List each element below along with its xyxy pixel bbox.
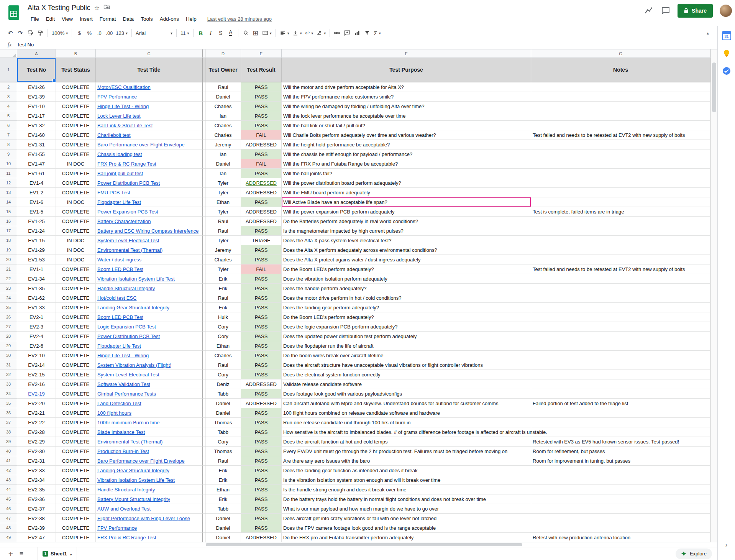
cell-test-owner[interactable]: Daniel: [205, 408, 241, 418]
cell-notes[interactable]: Retested with EV3 as EV5 had known senso…: [531, 437, 710, 447]
cell-test-result[interactable]: PASS: [241, 255, 282, 264]
test-title-link[interactable]: Baro Performance over Flight Envelope: [97, 458, 185, 464]
merge-cells-button[interactable]: [261, 28, 273, 38]
cell-test-no[interactable]: EV1-60: [17, 130, 56, 140]
cell-notes[interactable]: Failed portion of test added to the tria…: [531, 399, 710, 408]
row-header[interactable]: 17: [0, 226, 17, 236]
cell-test-no[interactable]: EV2-10: [17, 351, 56, 360]
cell-test-title[interactable]: Ball joint pull out test: [96, 169, 202, 178]
cell-test-title[interactable]: Baro Performance over Flight Envelope: [96, 140, 202, 149]
cell-test-status[interactable]: COMPLETE: [56, 303, 96, 312]
cell-notes[interactable]: [531, 408, 710, 418]
cell-test-title[interactable]: Battery Characterization: [96, 217, 202, 226]
cell-test-purpose[interactable]: Does the Alta X perform adequately acros…: [282, 245, 531, 255]
cell-test-no[interactable]: EV2-19: [17, 389, 56, 399]
cell-test-owner[interactable]: Erik: [205, 494, 241, 504]
cell-test-owner[interactable]: Tabb: [205, 427, 241, 437]
cell-test-purpose[interactable]: Does the electrical system function corr…: [282, 370, 531, 379]
cell-test-result[interactable]: ADDRESSED: [241, 178, 282, 188]
test-title-link[interactable]: Battery Characterization: [97, 218, 151, 224]
cell-test-no[interactable]: EV1-55: [17, 149, 56, 159]
menu-data[interactable]: Data: [120, 15, 137, 23]
cell-test-no[interactable]: EV1-10: [17, 102, 56, 111]
cell-test-owner[interactable]: Charles: [205, 255, 241, 264]
cell-test-status[interactable]: COMPLETE: [56, 140, 96, 149]
cell-test-title[interactable]: FPV Performance: [96, 92, 202, 102]
font-select[interactable]: Arial: [134, 28, 174, 38]
select-all-corner[interactable]: [0, 49, 17, 57]
cell-test-owner[interactable]: Daniel: [205, 159, 241, 169]
row-header[interactable]: 8: [0, 140, 17, 149]
cell-test-status[interactable]: COMPLETE: [56, 341, 96, 351]
test-title-link[interactable]: Hinge Life Test - Wiring: [97, 103, 149, 109]
cell-notes[interactable]: [531, 140, 710, 149]
cell-test-purpose[interactable]: Does the landing gear function as intend…: [282, 466, 531, 475]
format-percent-button[interactable]: %: [84, 28, 94, 38]
test-title-link[interactable]: Charliebolt test: [97, 132, 131, 138]
cell-test-no[interactable]: EV2-37: [17, 504, 56, 514]
cell-test-title[interactable]: FMU PCB Test: [96, 188, 202, 197]
cell-test-title[interactable]: Production Burn-in Test: [96, 447, 202, 456]
cell-test-result[interactable]: ADDRESSED: [241, 399, 282, 408]
menu-view[interactable]: View: [59, 15, 76, 23]
font-size-select[interactable]: 11: [179, 28, 191, 38]
text-color-button[interactable]: A: [226, 28, 236, 38]
cell-test-no[interactable]: EV1-34: [17, 274, 56, 284]
cell-test-purpose[interactable]: Do the boom wires break over aircraft li…: [282, 351, 531, 360]
cell-test-title[interactable]: Hinge Life Test - Wiring: [96, 351, 202, 360]
cell-test-result[interactable]: PASS: [241, 475, 282, 485]
cell-test-status[interactable]: COMPLETE: [56, 293, 96, 303]
last-edit-link[interactable]: Last edit was 28 minutes ago: [207, 16, 272, 22]
cell-test-status[interactable]: COMPLETE: [56, 111, 96, 121]
cell-test-owner[interactable]: Thomas: [205, 447, 241, 456]
row-header[interactable]: 40: [0, 447, 17, 456]
cell-test-status[interactable]: COMPLETE: [56, 312, 96, 322]
cell-test-purpose[interactable]: Does the logic expansion PCB perform ade…: [282, 322, 531, 332]
cell-test-owner[interactable]: Tyler: [205, 236, 241, 245]
cell-test-no[interactable]: EV1-31: [17, 140, 56, 149]
cell-test-no[interactable]: EV2-39: [17, 523, 56, 533]
collapse-toolbar-button[interactable]: [703, 28, 713, 38]
cell-test-no[interactable]: EV2-38: [17, 514, 56, 523]
row-header[interactable]: 29: [0, 341, 17, 351]
cell-test-purpose[interactable]: Do the Boom LED's perform adequately?: [282, 312, 531, 322]
row-header[interactable]: 3: [0, 92, 17, 102]
star-icon[interactable]: [94, 4, 100, 11]
column-header-f[interactable]: F: [282, 49, 531, 57]
row-header[interactable]: 21: [0, 264, 17, 274]
cell-test-purpose[interactable]: Will the wiring be damaged by folding / …: [282, 102, 531, 111]
cell-test-no[interactable]: EV2-14: [17, 360, 56, 370]
cell-test-title[interactable]: System Vibration Analysis (Flight): [96, 360, 202, 370]
cell-test-status[interactable]: COMPLETE: [56, 494, 96, 504]
cell-notes[interactable]: [531, 322, 710, 332]
cell-test-purpose[interactable]: Do the Boom LED's perform adequately?: [282, 264, 531, 274]
test-title-link[interactable]: Hinge Life Test - Wiring: [97, 353, 149, 358]
cell-test-status[interactable]: COMPLETE: [56, 102, 96, 111]
cell-test-title[interactable]: Ball Link & Strut Life Test: [96, 121, 202, 130]
cell-test-no[interactable]: EV1-6: [17, 197, 56, 207]
cell-test-no[interactable]: EV2-4: [17, 332, 56, 341]
cell-test-no[interactable]: EV2-31: [17, 456, 56, 466]
cell-test-owner[interactable]: Charles: [205, 351, 241, 360]
cell-test-result[interactable]: ADDRESSED: [241, 379, 282, 389]
cell-test-purpose[interactable]: Will the height hold performance be acce…: [282, 140, 531, 149]
formula-input[interactable]: Test No: [17, 42, 34, 48]
cell-test-status[interactable]: COMPLETE: [56, 370, 96, 379]
cell-test-no[interactable]: EV1-1: [17, 264, 56, 274]
cell-test-title[interactable]: Chassis loading test: [96, 149, 202, 159]
cell-test-status[interactable]: COMPLETE: [56, 332, 96, 341]
row-header[interactable]: 11: [0, 169, 17, 178]
cell-notes[interactable]: [531, 360, 710, 370]
cell-test-status[interactable]: COMPLETE: [56, 504, 96, 514]
cell-test-result[interactable]: ADDRESSED: [241, 188, 282, 197]
sheet-tab[interactable]: 1 Sheet1: [38, 547, 77, 560]
cell-test-owner[interactable]: Erik: [205, 284, 241, 293]
cell-test-owner[interactable]: Charles: [205, 130, 241, 140]
cell-notes[interactable]: [531, 274, 710, 284]
cell-test-purpose[interactable]: Will Active Blade have an acceptable lif…: [282, 197, 531, 207]
test-title-link[interactable]: Vibration Isolation System Life Test: [97, 477, 175, 483]
cell-test-status[interactable]: COMPLETE: [56, 447, 96, 456]
test-title-link[interactable]: 100 flight hours: [97, 410, 131, 416]
cell-test-title[interactable]: Logic Expansion PCB Test: [96, 322, 202, 332]
cell-test-owner[interactable]: Daniel: [205, 523, 241, 533]
